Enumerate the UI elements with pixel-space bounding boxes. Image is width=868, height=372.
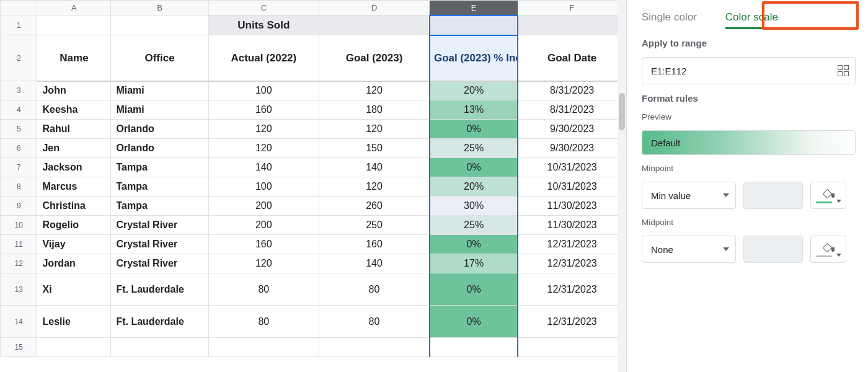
cell-goal[interactable]: 180 [319,100,430,120]
midpoint-color-button[interactable] [810,236,846,263]
row-header-10[interactable]: 10 [1,216,37,235]
cell-C1[interactable]: Units Sold [208,16,319,35]
cell-goal[interactable]: 120 [319,177,430,197]
cell-A1[interactable] [37,16,111,35]
header-office[interactable]: Office [111,35,208,81]
scrollbar-thumb[interactable] [619,93,625,130]
cell-goal[interactable]: 120 [319,81,430,100]
cell-goal[interactable]: 140 [319,158,430,177]
cell-goal[interactable]: 120 [319,120,430,139]
cell-office[interactable]: Ft. Lauderdale [111,306,208,338]
cell-increase[interactable]: 0% [430,120,518,139]
cell-actual[interactable]: 160 [208,100,319,120]
spreadsheet-grid[interactable]: A B C D E F 1 Units Sold 2 Name [0,0,626,357]
row-header-3[interactable]: 3 [1,81,37,100]
cell-E15[interactable] [430,338,518,357]
vertical-scrollbar[interactable] [618,0,626,372]
preview-gradient[interactable]: Default [642,130,856,155]
cell-actual[interactable]: 120 [208,254,319,273]
cell-goal-date[interactable]: 12/31/2023 [518,273,626,306]
select-range-icon[interactable] [838,65,849,76]
cell-goal-date[interactable]: 11/30/2023 [518,197,626,216]
cell-increase[interactable]: 0% [430,158,518,177]
cell-actual[interactable]: 120 [208,139,319,158]
row-header-6[interactable]: 6 [1,139,37,158]
cell-office[interactable]: Tampa [111,177,208,197]
select-all-corner[interactable] [1,1,37,16]
cell-goal-date[interactable]: 10/31/2023 [518,177,626,197]
cell-goal-date[interactable]: 8/31/2023 [518,81,626,100]
cell-actual[interactable]: 80 [208,273,319,306]
cell-actual[interactable]: 200 [208,216,319,235]
midpoint-select[interactable]: None [642,236,736,263]
cell-goal-date[interactable]: 9/30/2023 [518,139,626,158]
cell-name[interactable]: Rahul [37,120,111,139]
cell-increase[interactable]: 20% [430,81,518,100]
cell-B1[interactable] [111,16,208,35]
cell-increase[interactable]: 20% [430,177,518,197]
tab-color-scale[interactable]: Color scale [725,11,778,29]
cell-office[interactable]: Tampa [111,197,208,216]
cell-name[interactable]: Jen [37,139,111,158]
cell-office[interactable]: Orlando [111,120,208,139]
cell-name[interactable]: Rogelio [37,216,111,235]
row-header-13[interactable]: 13 [1,273,37,306]
cell-office[interactable]: Ft. Lauderdale [111,273,208,306]
cell-name[interactable]: Xi [37,273,111,306]
col-header-B[interactable]: B [111,1,208,16]
cell-goal-date[interactable]: 8/31/2023 [518,100,626,120]
cell-goal-date[interactable]: 10/31/2023 [518,158,626,177]
cell-goal[interactable]: 150 [319,139,430,158]
row-header-1[interactable]: 1 [1,16,37,35]
minpoint-color-button[interactable] [810,182,846,209]
cell-B15[interactable] [111,338,208,357]
header-goal-date[interactable]: Goal Date [518,35,626,81]
col-header-E[interactable]: E [430,1,518,16]
cell-name[interactable]: Vijay [37,235,111,254]
cell-name[interactable]: Jackson [37,158,111,177]
row-header-12[interactable]: 12 [1,254,37,273]
header-actual[interactable]: Actual (2022) [208,35,319,81]
cell-actual[interactable]: 140 [208,158,319,177]
cell-increase[interactable]: 0% [430,235,518,254]
cell-office[interactable]: Tampa [111,158,208,177]
cell-office[interactable]: Miami [111,100,208,120]
row-header-11[interactable]: 11 [1,235,37,254]
cell-office[interactable]: Crystal River [111,235,208,254]
cell-increase[interactable]: 30% [430,197,518,216]
cell-name[interactable]: Leslie [37,306,111,338]
cell-actual[interactable]: 200 [208,197,319,216]
cell-actual[interactable]: 80 [208,306,319,338]
row-header-9[interactable]: 9 [1,197,37,216]
col-header-A[interactable]: A [37,1,111,16]
row-header-8[interactable]: 8 [1,177,37,197]
cell-increase[interactable]: 17% [430,254,518,273]
cell-D15[interactable] [319,338,430,357]
apply-to-range-input[interactable]: E1:E112 [642,57,856,84]
cell-goal[interactable]: 80 [319,306,430,338]
cell-actual[interactable]: 100 [208,177,319,197]
row-header-4[interactable]: 4 [1,100,37,120]
col-header-D[interactable]: D [319,1,430,16]
midpoint-value-input[interactable] [743,236,803,263]
cell-name[interactable]: Keesha [37,100,111,120]
row-header-5[interactable]: 5 [1,120,37,139]
cell-A15[interactable] [37,338,111,357]
row-header-7[interactable]: 7 [1,158,37,177]
cell-goal-date[interactable]: 11/30/2023 [518,216,626,235]
cell-name[interactable]: John [37,81,111,100]
cell-name[interactable]: Marcus [37,177,111,197]
cell-goal-date[interactable]: 12/31/2023 [518,254,626,273]
cell-increase[interactable]: 0% [430,273,518,306]
cell-goal-date[interactable]: 12/31/2023 [518,306,626,338]
col-header-F[interactable]: F [518,1,626,16]
cell-goal[interactable]: 140 [319,254,430,273]
cell-increase[interactable]: 0% [430,306,518,338]
cell-name[interactable]: Jordan [37,254,111,273]
minpoint-value-input[interactable] [743,182,803,209]
cell-office[interactable]: Crystal River [111,254,208,273]
cell-office[interactable]: Miami [111,81,208,100]
cell-actual[interactable]: 160 [208,235,319,254]
tab-single-color[interactable]: Single color [642,11,697,27]
row-header-2[interactable]: 2 [1,35,37,81]
